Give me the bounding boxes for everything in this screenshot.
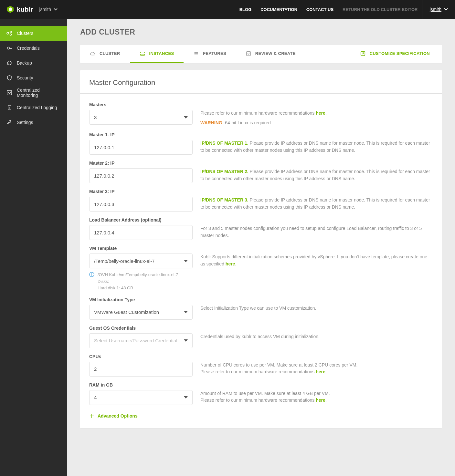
master2-ip-input[interactable]	[89, 168, 193, 183]
ram-help: Amount of RAM to use per VM. Make sure a…	[200, 382, 433, 405]
customize-label: CUSTOMIZE SPECIFICATION	[370, 51, 430, 56]
sidebar-item-credentials[interactable]: Credentials	[0, 41, 67, 56]
vmtpl-help: Kublr Supports different initialization …	[200, 246, 433, 291]
hw-recommendations-link[interactable]: here	[316, 398, 325, 403]
vm-template-docs-link[interactable]: here	[226, 261, 235, 266]
sidebar-item-label: Security	[17, 75, 33, 80]
main-content: ADD CLUSTER CLUSTER INSTANCES FEATURES R…	[67, 19, 455, 476]
svg-rect-8	[140, 54, 144, 55]
sidebar-item-security[interactable]: Security	[0, 70, 67, 85]
sidebar-item-logging[interactable]: Centralized Logging	[0, 100, 67, 115]
sidebar-item-label: Backup	[17, 60, 32, 66]
top-bar: kublr jsmith BLOG DOCUMENTATION CONTACT …	[0, 0, 455, 19]
svg-rect-7	[140, 52, 144, 53]
masters-select[interactable]: 3	[89, 110, 193, 125]
nav-blog[interactable]: BLOG	[235, 7, 256, 12]
instances-icon	[140, 51, 145, 57]
sidebar-item-monitoring[interactable]: Centralized Monitoring	[0, 85, 67, 100]
cpus-label: CPUs	[89, 354, 193, 359]
caret-down-icon	[184, 116, 188, 119]
shield-icon	[6, 75, 12, 81]
wrench-icon	[6, 119, 12, 125]
nav-old-editor[interactable]: RETURN THE OLD CLUSTER EDITOR	[338, 7, 422, 12]
brand-name: kublr	[17, 6, 33, 13]
master3-help: IP/DNS OF MASTER 3. Please provide IP ad…	[200, 189, 433, 212]
hw-recommendations-link[interactable]: here	[316, 369, 325, 374]
sidebar-item-label: Clusters	[17, 31, 33, 36]
svg-point-3	[10, 31, 12, 33]
sidebar-item-label: Credentials	[17, 46, 40, 51]
tab-review[interactable]: REVIEW & CREATE	[236, 45, 305, 63]
svg-point-2	[7, 32, 9, 34]
cpus-input[interactable]	[89, 362, 193, 377]
master3-ip-input[interactable]	[89, 197, 193, 212]
info-icon	[89, 272, 94, 277]
nav-docs[interactable]: DOCUMENTATION	[256, 7, 302, 12]
guest-credentials-select[interactable]: Select Username/Password Credential	[89, 333, 193, 348]
ram-label: RAM in GB	[89, 382, 193, 388]
caret-down-icon	[184, 260, 188, 262]
plus-icon	[89, 413, 94, 419]
vm-template-info: /OVH Kublr/vm/Temp/beliy-oracle-linux-el…	[89, 272, 193, 291]
ram-value: 4	[94, 395, 97, 400]
sidebar-item-settings[interactable]: Settings	[0, 115, 67, 130]
external-link-icon	[360, 51, 366, 57]
vm-template-value: /Temp/beliy-oracle-linux-el-7	[94, 258, 155, 264]
chevron-down-icon	[444, 7, 448, 11]
svg-point-5	[7, 47, 10, 49]
tab-features[interactable]: FEATURES	[184, 45, 236, 63]
features-icon	[193, 51, 199, 57]
caret-down-icon	[184, 396, 188, 398]
vminit-help: Select Initialization Type we can use to…	[200, 297, 433, 320]
customize-specification-link[interactable]: CUSTOMIZE SPECIFICATION	[350, 45, 442, 63]
workspace-dropdown[interactable]: jsmith	[39, 7, 58, 12]
logging-icon	[6, 105, 12, 110]
guest-label: Guest OS Credentials	[89, 326, 193, 331]
master1-label: Master 1: IP	[89, 132, 193, 137]
advanced-options-toggle[interactable]: Advanced Options	[89, 413, 433, 419]
ram-select[interactable]: 4	[89, 390, 193, 405]
vminit-label: VM Initialization Type	[89, 297, 193, 302]
monitoring-icon	[6, 90, 12, 96]
section-title: Master Configuration	[80, 70, 442, 94]
master2-label: Master 2: IP	[89, 160, 193, 166]
lb-help: For 3 and 5 master nodes configuration y…	[200, 217, 433, 240]
master1-help: IP/DNS OF MASTER 1. Please provide IP ad…	[200, 132, 433, 155]
masters-help: Please refer to our minimum hardware rec…	[200, 102, 433, 126]
svg-point-12	[91, 273, 92, 274]
sidebar-item-label: Settings	[17, 120, 33, 125]
master1-ip-input[interactable]	[89, 140, 193, 155]
sidebar-item-label: Centralized Logging	[17, 105, 57, 110]
kublr-logo-icon	[6, 5, 14, 13]
sidebar-item-backup[interactable]: Backup	[0, 56, 67, 70]
tab-label: CLUSTER	[100, 51, 120, 56]
vm-template-select[interactable]: /Temp/beliy-oracle-linux-el-7	[89, 254, 193, 268]
nav-contact[interactable]: CONTACT US	[302, 7, 338, 12]
masters-value: 3	[94, 115, 97, 120]
brand[interactable]: kublr	[6, 5, 33, 13]
caret-down-icon	[184, 339, 188, 342]
tab-cluster[interactable]: CLUSTER	[80, 45, 130, 63]
lb-address-input[interactable]	[89, 225, 193, 240]
svg-rect-13	[91, 274, 92, 276]
cpus-help: Number of CPU cores to use per VM. Make …	[200, 354, 433, 377]
tab-instances[interactable]: INSTANCES	[130, 45, 184, 63]
cloud-icon	[90, 51, 96, 57]
sidebar-item-clusters[interactable]: Clusters	[0, 26, 67, 41]
top-nav: BLOG DOCUMENTATION CONTACT US RETURN THE…	[235, 0, 455, 19]
wizard-tabs: CLUSTER INSTANCES FEATURES REVIEW & CREA…	[80, 45, 442, 63]
account-dropdown[interactable]: jsmith	[422, 0, 455, 19]
hw-recommendations-link[interactable]: here	[316, 110, 325, 116]
sidebar: Clusters Credentials Backup Security Cen…	[0, 19, 67, 476]
lb-label: Load Balancer Address (optional)	[89, 217, 193, 222]
account-username: jsmith	[429, 7, 441, 12]
svg-point-4	[10, 34, 12, 36]
chevron-down-icon	[54, 7, 58, 11]
workspace-user: jsmith	[39, 7, 51, 12]
clusters-icon	[6, 30, 12, 36]
warning-label: WARNING:	[200, 120, 224, 125]
tab-label: INSTANCES	[149, 51, 174, 56]
guest-help: Credentials used by kublr to access VM d…	[200, 326, 433, 348]
vm-init-select[interactable]: VMWare Guest Customization	[89, 305, 193, 320]
guest-placeholder: Select Username/Password Credential	[94, 338, 177, 343]
